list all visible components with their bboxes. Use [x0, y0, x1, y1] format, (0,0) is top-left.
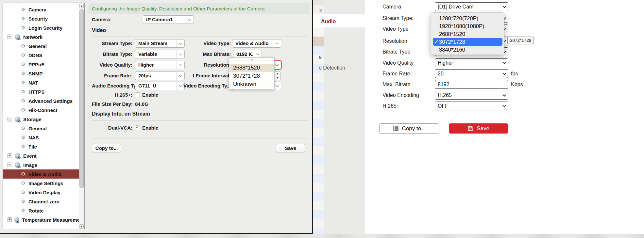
video-type-combo[interactable]: Video & Audio: [232, 39, 281, 48]
stream-type-combo[interactable]: Main Stream: [135, 39, 185, 48]
stripe-row: [313, 82, 324, 91]
frame-rate-select[interactable]: 20: [435, 69, 508, 78]
tree-item-event[interactable]: +Event: [3, 151, 84, 160]
tree-item-hik-connect[interactable]: ⚙Hik-Connect: [3, 105, 84, 115]
stripe-row: [313, 165, 324, 174]
tree-item-image[interactable]: -Image: [3, 160, 84, 169]
scroll-down-button[interactable]: ▼: [79, 224, 84, 229]
save-button[interactable]: Save: [449, 123, 508, 134]
tree-item-pppoe[interactable]: ⚙PPPoE: [3, 60, 84, 69]
desktop-texture: [0, 234, 644, 238]
globe-icon: [14, 217, 19, 223]
resolution-option-2688-1520[interactable]: 2688*1520: [431, 30, 504, 38]
tree-item-storage[interactable]: -Storage: [3, 115, 84, 124]
save-button-dialog[interactable]: Save: [276, 144, 305, 152]
scrollbar-thumb[interactable]: [79, 9, 84, 188]
spinner-down-icon[interactable]: [274, 76, 280, 80]
gear-icon: ⚙: [20, 52, 26, 58]
field-label-bitrate-type: Bitrate Type: [382, 47, 410, 56]
tree-scrollbar[interactable]: ▲ ▼: [79, 3, 84, 229]
audio-encoding-ty-combo[interactable]: G711_U: [135, 82, 185, 90]
resolution-option-3072-1728[interactable]: ✓3072*1728: [433, 38, 502, 46]
gear-icon: ⚙: [20, 25, 26, 31]
stripe-row: [313, 219, 324, 229]
tree-item-video-display[interactable]: ⚙Video Display: [3, 188, 84, 197]
copy-to-button-dialog[interactable]: Copy to...: [92, 144, 121, 152]
tree-toggle-icon[interactable]: -: [8, 35, 12, 39]
field-label-video-encoding: Video Encoding: [382, 91, 419, 100]
h265-plus-label: H.265+:: [92, 91, 132, 99]
chevron-down-icon[interactable]: [254, 50, 262, 58]
combo-value: G711_U: [135, 82, 177, 90]
tree-item-nas[interactable]: ⚙NAS: [3, 133, 84, 142]
file-size-label: File Size Per Day:: [92, 100, 132, 108]
tree-item-nat[interactable]: ⚙NAT: [3, 78, 84, 87]
gear-icon: ⚙: [20, 89, 26, 95]
copy-to-button[interactable]: Copy to...: [379, 123, 439, 134]
tree-item-login-security[interactable]: ⚙Login Security: [3, 23, 84, 32]
tree-item-video-audio[interactable]: ⚙Video & Audio: [3, 169, 84, 179]
bitrate-type-combo[interactable]: Variable: [135, 50, 185, 58]
video-quality-select[interactable]: Higher: [435, 58, 508, 67]
gear-icon: ⚙: [20, 180, 26, 186]
tree-item-snmp[interactable]: ⚙SNMP: [3, 69, 84, 78]
tree-item-general[interactable]: ⚙General: [3, 41, 84, 51]
tree-item-security[interactable]: ⚙Security: [3, 14, 84, 23]
resolution-option-unknown[interactable]: Unknown: [229, 80, 274, 88]
tree-toggle-icon[interactable]: -: [8, 117, 12, 121]
spinner-up-icon[interactable]: [274, 72, 280, 76]
stripe-row: [313, 28, 324, 37]
field-label: Audio Encoding Ty...: [92, 82, 132, 90]
tree-item-label: Security: [28, 16, 48, 22]
resolution-option-3840-2160[interactable]: 3840*2160: [431, 46, 504, 54]
tree-item-ddns[interactable]: ⚙DDNS: [3, 51, 84, 60]
field-label: Stream Type:: [92, 39, 132, 48]
tree-item-channel-zero[interactable]: ⚙Channel-zero: [3, 197, 84, 206]
chevron-down-icon[interactable]: [273, 40, 281, 47]
tree-toggle-icon[interactable]: -: [8, 163, 12, 167]
screen: kAudioee Detection Camera[D1] Drive CamS…: [0, 0, 644, 238]
row-audio-encoding-ty: Audio Encoding Ty...: [92, 82, 132, 90]
field-value: 8192: [438, 80, 508, 88]
tree-item-advanced-settings[interactable]: ⚙Advanced Settings: [3, 96, 84, 105]
resolution-option-1280-720-720p[interactable]: 1280*720(720P): [431, 14, 504, 22]
tree-item-general[interactable]: ⚙General: [3, 124, 84, 133]
tree-toggle-icon[interactable]: +: [8, 153, 12, 158]
camera-combo[interactable]: IP Camera1: [143, 15, 194, 24]
h265-plus-enable-label: Enable: [142, 91, 158, 99]
camera-select[interactable]: [D1] Drive Cam: [435, 2, 508, 11]
globe-icon: [15, 162, 20, 168]
frame-rate-combo[interactable]: 20fps: [135, 71, 185, 80]
tree-item-label: PPPoE: [28, 62, 44, 67]
tree-item-https[interactable]: ⚙HTTPS: [3, 87, 84, 96]
chevron-down-icon: [501, 59, 508, 67]
tree-item-rotate[interactable]: ⚙Rotate: [3, 206, 84, 215]
chevron-down-icon[interactable]: [186, 16, 194, 24]
tree-toggle-icon[interactable]: +: [8, 217, 12, 222]
stripe-row: [313, 192, 324, 201]
tree-item-temperature-measurement[interactable]: +Temperature Measurement: [3, 215, 84, 224]
scroll-up-button[interactable]: ▲: [79, 4, 84, 8]
tree-item-file[interactable]: ⚙File: [3, 142, 84, 151]
combo-value: 20fps: [135, 72, 177, 80]
max-bitrate-input[interactable]: 8192: [435, 80, 508, 89]
resolution-option-2688-1520[interactable]: 2688*1520: [229, 64, 274, 72]
field-label-resolution: Resolution: [382, 37, 407, 45]
tree-item-camera[interactable]: ⚙Camera: [3, 5, 84, 14]
resolution-option-3072-1728[interactable]: 3072*1728: [229, 72, 274, 80]
tree-item-image-settings[interactable]: ⚙Image Settings: [3, 179, 84, 188]
h265-plus-checkbox[interactable]: [135, 92, 140, 97]
scroll-up-icon[interactable]: ^: [213, 58, 290, 64]
h-265-select[interactable]: OFF: [435, 102, 508, 110]
tree-item-network[interactable]: -Network: [3, 32, 84, 41]
spinner-control[interactable]: [274, 71, 281, 80]
option-label: 2688*1520: [439, 31, 465, 37]
globe-icon: [15, 34, 20, 40]
stripe-row: [313, 37, 324, 46]
dual-vca-checkbox[interactable]: [135, 125, 140, 130]
stripe-row: [313, 110, 324, 119]
video-encoding-select[interactable]: H.265: [435, 91, 508, 100]
resolution-option-1920-1080-1080p[interactable]: 1920*1080(1080P): [431, 22, 504, 30]
field-value: H.265: [438, 91, 501, 99]
video-quality-combo[interactable]: Higher: [135, 61, 185, 69]
